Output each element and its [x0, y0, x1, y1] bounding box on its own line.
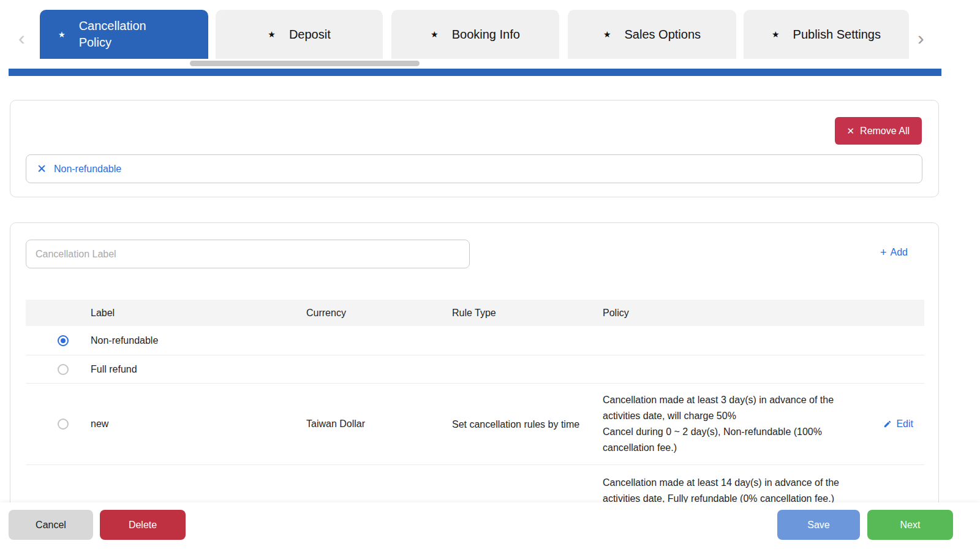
delete-button[interactable]: Delete — [100, 510, 186, 540]
tab-sales-options[interactable]: ★ Sales Options — [568, 10, 736, 59]
tab-deposit[interactable]: ★ Deposit — [216, 10, 383, 59]
table-header-row: Label Currency Rule Type Policy — [26, 300, 924, 326]
policy-editor-card: + Add Label Currency Rule Type Policy No… — [10, 222, 939, 517]
edit-button[interactable]: Edit — [883, 419, 913, 430]
row-label: new — [91, 419, 306, 430]
next-button[interactable]: Next — [867, 510, 953, 540]
star-icon: ★ — [268, 29, 276, 39]
cancellation-policy-page: ‹ ★ Cancellation Policy ★ Deposit ★ Book… — [0, 0, 980, 557]
tab-label: Deposit — [289, 28, 331, 42]
tabs-scroll-left-icon[interactable]: ‹ — [18, 28, 25, 48]
star-icon: ★ — [603, 29, 611, 39]
tab-cancellation-policy[interactable]: ★ Cancellation Policy — [40, 10, 208, 59]
row-actions: Edit — [868, 419, 924, 430]
pencil-icon — [883, 420, 892, 428]
tab-label: Booking Info — [452, 28, 520, 42]
edit-label: Edit — [896, 419, 913, 430]
table-row: Full refund — [26, 355, 924, 384]
table-row: new Taiwan Dollar Set cancellation rules… — [26, 384, 924, 465]
radio-selected[interactable] — [58, 335, 69, 346]
close-icon: ✕ — [847, 126, 855, 137]
row-rule-type: Set cancellation rules by time — [452, 418, 603, 431]
selected-policy-chip[interactable]: ✕ Non-refundable — [26, 154, 922, 183]
header-policy: Policy — [603, 308, 868, 319]
add-button[interactable]: + Add — [880, 247, 908, 258]
tabs-scroll-right-icon[interactable]: › — [918, 28, 924, 48]
table-row: Non-refundable — [26, 326, 924, 355]
header-currency: Currency — [306, 308, 452, 319]
row-label: Full refund — [91, 364, 306, 375]
row-policy: Cancellation made at least 3 day(s) in a… — [603, 392, 868, 456]
save-button[interactable]: Save — [777, 510, 860, 540]
row-label: Non-refundable — [91, 335, 306, 346]
footer-action-bar: Cancel Delete Save Next — [0, 502, 980, 557]
row-currency: Taiwan Dollar — [306, 419, 452, 430]
tab-label: Publish Settings — [793, 28, 881, 42]
remove-chip-icon[interactable]: ✕ — [37, 162, 47, 176]
tab-publish-settings[interactable]: ★ Publish Settings — [744, 10, 909, 59]
cancellation-policies-table: Label Currency Rule Type Policy Non-refu… — [26, 300, 924, 517]
tabs-underline — [9, 69, 941, 76]
tab-label: Cancellation Policy — [79, 18, 171, 51]
remove-all-button[interactable]: ✕ Remove All — [835, 117, 922, 145]
selected-policy-label: Non-refundable — [54, 164, 121, 175]
row-policy: Cancellation made at least 14 day(s) in … — [603, 465, 868, 507]
star-icon: ★ — [58, 30, 66, 39]
selected-policies-card: ✕ Remove All ✕ Non-refundable — [10, 100, 939, 197]
add-label: Add — [891, 247, 908, 258]
header-label: Label — [91, 308, 306, 319]
cancellation-label-input[interactable] — [26, 240, 470, 268]
cancel-button[interactable]: Cancel — [9, 510, 93, 540]
tab-label: Sales Options — [625, 28, 701, 42]
star-icon: ★ — [431, 29, 439, 39]
tabs-scrollbar-thumb[interactable] — [190, 61, 420, 66]
tab-booking-info[interactable]: ★ Booking Info — [391, 10, 559, 59]
radio-unselected[interactable] — [58, 419, 69, 430]
star-icon: ★ — [772, 29, 780, 39]
plus-icon: + — [880, 248, 887, 257]
header-rule-type: Rule Type — [452, 308, 603, 319]
remove-all-label: Remove All — [860, 126, 910, 137]
radio-unselected[interactable] — [58, 364, 69, 375]
